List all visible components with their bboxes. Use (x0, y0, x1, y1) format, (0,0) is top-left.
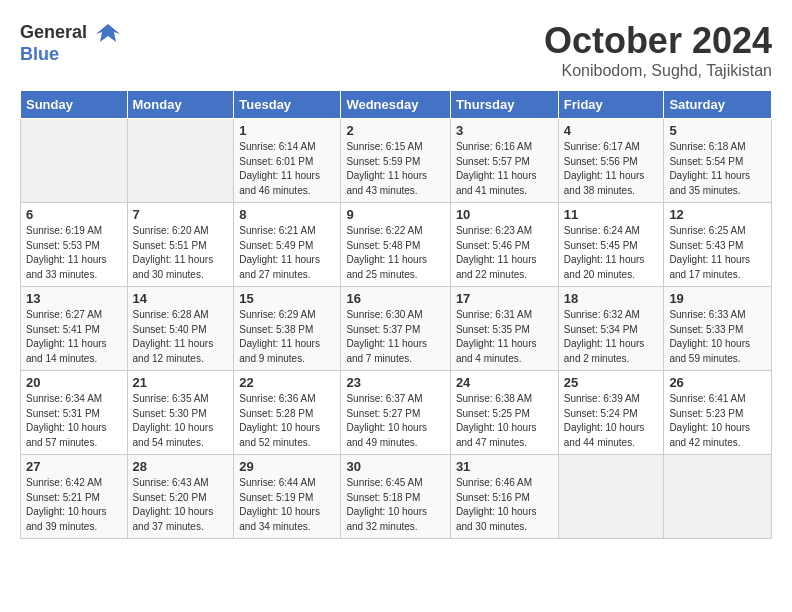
calendar-cell: 3Sunrise: 6:16 AM Sunset: 5:57 PM Daylig… (450, 119, 558, 203)
calendar-cell: 15Sunrise: 6:29 AM Sunset: 5:38 PM Dayli… (234, 287, 341, 371)
day-number: 29 (239, 459, 335, 474)
header-sunday: Sunday (21, 91, 128, 119)
calendar-table: SundayMondayTuesdayWednesdayThursdayFrid… (20, 90, 772, 539)
day-number: 4 (564, 123, 659, 138)
day-number: 17 (456, 291, 553, 306)
calendar-cell: 9Sunrise: 6:22 AM Sunset: 5:48 PM Daylig… (341, 203, 450, 287)
week-row-2: 6Sunrise: 6:19 AM Sunset: 5:53 PM Daylig… (21, 203, 772, 287)
day-info: Sunrise: 6:21 AM Sunset: 5:49 PM Dayligh… (239, 224, 335, 282)
day-number: 20 (26, 375, 122, 390)
header-friday: Friday (558, 91, 664, 119)
calendar-cell: 11Sunrise: 6:24 AM Sunset: 5:45 PM Dayli… (558, 203, 664, 287)
calendar-cell: 13Sunrise: 6:27 AM Sunset: 5:41 PM Dayli… (21, 287, 128, 371)
calendar-cell: 29Sunrise: 6:44 AM Sunset: 5:19 PM Dayli… (234, 455, 341, 539)
header-tuesday: Tuesday (234, 91, 341, 119)
calendar-cell: 2Sunrise: 6:15 AM Sunset: 5:59 PM Daylig… (341, 119, 450, 203)
calendar-cell: 16Sunrise: 6:30 AM Sunset: 5:37 PM Dayli… (341, 287, 450, 371)
calendar-cell: 28Sunrise: 6:43 AM Sunset: 5:20 PM Dayli… (127, 455, 234, 539)
day-info: Sunrise: 6:45 AM Sunset: 5:18 PM Dayligh… (346, 476, 444, 534)
day-info: Sunrise: 6:32 AM Sunset: 5:34 PM Dayligh… (564, 308, 659, 366)
calendar-cell: 14Sunrise: 6:28 AM Sunset: 5:40 PM Dayli… (127, 287, 234, 371)
header-row: SundayMondayTuesdayWednesdayThursdayFrid… (21, 91, 772, 119)
location-subtitle: Konibodom, Sughd, Tajikistan (544, 62, 772, 80)
calendar-cell: 26Sunrise: 6:41 AM Sunset: 5:23 PM Dayli… (664, 371, 772, 455)
logo-bird-icon (94, 20, 122, 48)
day-number: 25 (564, 375, 659, 390)
calendar-cell: 27Sunrise: 6:42 AM Sunset: 5:21 PM Dayli… (21, 455, 128, 539)
calendar-cell: 30Sunrise: 6:45 AM Sunset: 5:18 PM Dayli… (341, 455, 450, 539)
day-number: 6 (26, 207, 122, 222)
calendar-cell: 22Sunrise: 6:36 AM Sunset: 5:28 PM Dayli… (234, 371, 341, 455)
title-section: October 2024 Konibodom, Sughd, Tajikista… (544, 20, 772, 80)
calendar-cell: 8Sunrise: 6:21 AM Sunset: 5:49 PM Daylig… (234, 203, 341, 287)
day-info: Sunrise: 6:18 AM Sunset: 5:54 PM Dayligh… (669, 140, 766, 198)
day-number: 1 (239, 123, 335, 138)
day-info: Sunrise: 6:14 AM Sunset: 6:01 PM Dayligh… (239, 140, 335, 198)
day-info: Sunrise: 6:35 AM Sunset: 5:30 PM Dayligh… (133, 392, 229, 450)
calendar-header: SundayMondayTuesdayWednesdayThursdayFrid… (21, 91, 772, 119)
day-info: Sunrise: 6:29 AM Sunset: 5:38 PM Dayligh… (239, 308, 335, 366)
day-info: Sunrise: 6:24 AM Sunset: 5:45 PM Dayligh… (564, 224, 659, 282)
day-number: 8 (239, 207, 335, 222)
calendar-cell (558, 455, 664, 539)
day-number: 12 (669, 207, 766, 222)
day-info: Sunrise: 6:34 AM Sunset: 5:31 PM Dayligh… (26, 392, 122, 450)
calendar-cell: 17Sunrise: 6:31 AM Sunset: 5:35 PM Dayli… (450, 287, 558, 371)
general-label: General (20, 22, 87, 42)
day-info: Sunrise: 6:33 AM Sunset: 5:33 PM Dayligh… (669, 308, 766, 366)
day-info: Sunrise: 6:31 AM Sunset: 5:35 PM Dayligh… (456, 308, 553, 366)
day-info: Sunrise: 6:38 AM Sunset: 5:25 PM Dayligh… (456, 392, 553, 450)
day-number: 24 (456, 375, 553, 390)
day-info: Sunrise: 6:19 AM Sunset: 5:53 PM Dayligh… (26, 224, 122, 282)
day-number: 3 (456, 123, 553, 138)
header-monday: Monday (127, 91, 234, 119)
day-info: Sunrise: 6:42 AM Sunset: 5:21 PM Dayligh… (26, 476, 122, 534)
day-info: Sunrise: 6:28 AM Sunset: 5:40 PM Dayligh… (133, 308, 229, 366)
page-header: General Blue October 2024 Konibodom, Sug… (20, 20, 772, 80)
calendar-cell: 18Sunrise: 6:32 AM Sunset: 5:34 PM Dayli… (558, 287, 664, 371)
day-info: Sunrise: 6:15 AM Sunset: 5:59 PM Dayligh… (346, 140, 444, 198)
calendar-cell: 12Sunrise: 6:25 AM Sunset: 5:43 PM Dayli… (664, 203, 772, 287)
day-number: 10 (456, 207, 553, 222)
day-number: 18 (564, 291, 659, 306)
day-info: Sunrise: 6:41 AM Sunset: 5:23 PM Dayligh… (669, 392, 766, 450)
day-number: 26 (669, 375, 766, 390)
month-title: October 2024 (544, 20, 772, 62)
day-number: 7 (133, 207, 229, 222)
day-info: Sunrise: 6:20 AM Sunset: 5:51 PM Dayligh… (133, 224, 229, 282)
calendar-cell (664, 455, 772, 539)
day-number: 27 (26, 459, 122, 474)
day-number: 11 (564, 207, 659, 222)
calendar-cell: 20Sunrise: 6:34 AM Sunset: 5:31 PM Dayli… (21, 371, 128, 455)
calendar-cell: 31Sunrise: 6:46 AM Sunset: 5:16 PM Dayli… (450, 455, 558, 539)
day-number: 23 (346, 375, 444, 390)
day-info: Sunrise: 6:22 AM Sunset: 5:48 PM Dayligh… (346, 224, 444, 282)
day-number: 30 (346, 459, 444, 474)
calendar-cell: 4Sunrise: 6:17 AM Sunset: 5:56 PM Daylig… (558, 119, 664, 203)
day-number: 5 (669, 123, 766, 138)
calendar-cell: 24Sunrise: 6:38 AM Sunset: 5:25 PM Dayli… (450, 371, 558, 455)
header-saturday: Saturday (664, 91, 772, 119)
day-number: 2 (346, 123, 444, 138)
day-number: 9 (346, 207, 444, 222)
day-info: Sunrise: 6:25 AM Sunset: 5:43 PM Dayligh… (669, 224, 766, 282)
day-number: 15 (239, 291, 335, 306)
header-wednesday: Wednesday (341, 91, 450, 119)
day-info: Sunrise: 6:30 AM Sunset: 5:37 PM Dayligh… (346, 308, 444, 366)
day-number: 19 (669, 291, 766, 306)
week-row-1: 1Sunrise: 6:14 AM Sunset: 6:01 PM Daylig… (21, 119, 772, 203)
calendar-cell: 7Sunrise: 6:20 AM Sunset: 5:51 PM Daylig… (127, 203, 234, 287)
day-info: Sunrise: 6:37 AM Sunset: 5:27 PM Dayligh… (346, 392, 444, 450)
calendar-cell (21, 119, 128, 203)
day-number: 13 (26, 291, 122, 306)
day-info: Sunrise: 6:16 AM Sunset: 5:57 PM Dayligh… (456, 140, 553, 198)
day-number: 21 (133, 375, 229, 390)
day-info: Sunrise: 6:17 AM Sunset: 5:56 PM Dayligh… (564, 140, 659, 198)
calendar-body: 1Sunrise: 6:14 AM Sunset: 6:01 PM Daylig… (21, 119, 772, 539)
day-number: 14 (133, 291, 229, 306)
day-number: 22 (239, 375, 335, 390)
calendar-cell: 1Sunrise: 6:14 AM Sunset: 6:01 PM Daylig… (234, 119, 341, 203)
day-number: 16 (346, 291, 444, 306)
day-info: Sunrise: 6:39 AM Sunset: 5:24 PM Dayligh… (564, 392, 659, 450)
day-info: Sunrise: 6:43 AM Sunset: 5:20 PM Dayligh… (133, 476, 229, 534)
